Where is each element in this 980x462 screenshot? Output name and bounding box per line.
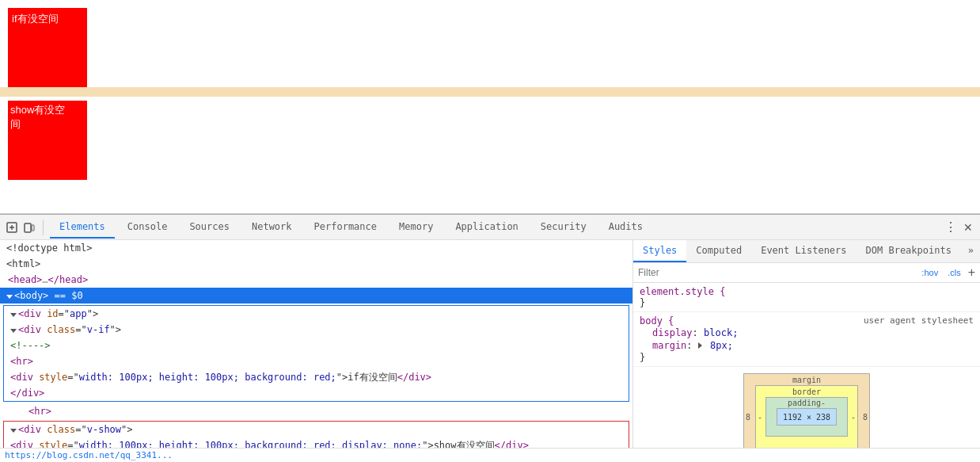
- devtools-toolbar: Elements Console Sources Network Perform…: [0, 215, 980, 240]
- browser-viewport: if有没空间 show有没空间: [0, 0, 980, 214]
- styles-tabs: Styles Computed Event Listeners DOM Brea…: [633, 240, 980, 263]
- cls-button[interactable]: .cls: [945, 267, 963, 278]
- dom-line-hr2[interactable]: <hr>: [0, 403, 632, 419]
- vif-box: if有没空间: [8, 8, 87, 87]
- styles-tab-event-listeners[interactable]: Event Listeners: [751, 240, 856, 262]
- style-rule-element: element.style { }: [633, 283, 980, 312]
- bm-padding-label: padding-: [788, 399, 826, 407]
- svg-rect-2: [32, 225, 34, 231]
- toolbar-separator: [43, 220, 44, 235]
- dom-line-app[interactable]: <div id="app">: [4, 306, 629, 322]
- element-style-close: }: [640, 297, 974, 308]
- body-rule-close: }: [640, 352, 974, 363]
- styles-tab-dom-breakpoints[interactable]: DOM Breakpoints: [857, 240, 961, 262]
- bm-border-right-val: -: [851, 413, 856, 422]
- styles-panel: Styles Computed Event Listeners DOM Brea…: [633, 240, 980, 462]
- more-options-button[interactable]: ⋮: [944, 220, 958, 235]
- styles-filter-input[interactable]: [638, 267, 914, 278]
- styles-tab-more[interactable]: »: [962, 240, 980, 262]
- page-content: if有没空间 show有没空间: [0, 8, 980, 180]
- device-tool-button[interactable]: [22, 220, 36, 235]
- add-style-button[interactable]: +: [968, 266, 975, 279]
- dom-line-html[interactable]: <html>: [0, 256, 632, 272]
- dom-line-doctype[interactable]: <!doctype html>: [0, 240, 632, 256]
- tab-application[interactable]: Application: [446, 216, 527, 239]
- tab-performance[interactable]: Performance: [305, 216, 386, 239]
- tab-memory[interactable]: Memory: [389, 216, 443, 239]
- dom-line-vshow[interactable]: <div class="v-show">: [4, 422, 629, 437]
- bm-content-layer: 1192 × 238: [777, 408, 837, 426]
- vshow-box: show有没空间: [8, 101, 87, 180]
- vif-block-highlight: <div id="app"> <div class="v-if"> <!----…: [3, 305, 629, 402]
- tab-network[interactable]: Network: [242, 216, 302, 239]
- cursor-tool-button[interactable]: [5, 220, 19, 235]
- dom-line-close-vif[interactable]: </div>: [4, 385, 629, 401]
- hov-button[interactable]: :hov: [919, 267, 940, 278]
- svg-rect-1: [25, 223, 31, 232]
- beige-separator: [0, 87, 980, 97]
- devtools-panel: Elements Console Sources Network Perform…: [0, 214, 980, 462]
- url-bar: https://blog.csdn.net/qq_3341...: [633, 448, 980, 462]
- bm-margin-right-val: 8: [863, 413, 868, 422]
- bm-margin-label: margin: [792, 376, 821, 384]
- dom-line-head[interactable]: <head>…</head>: [0, 272, 632, 288]
- close-devtools-button[interactable]: ✕: [961, 220, 975, 235]
- dom-line-body[interactable]: <body> == $0: [0, 288, 632, 304]
- dom-line-vif[interactable]: <div class="v-if">: [4, 322, 629, 338]
- styles-tab-computed[interactable]: Computed: [686, 240, 751, 262]
- tab-security[interactable]: Security: [531, 216, 596, 239]
- style-prop-display: display: block;: [640, 326, 974, 339]
- element-style-selector: element.style {: [640, 286, 974, 297]
- tab-audits[interactable]: Audits: [599, 216, 652, 239]
- tab-elements[interactable]: Elements: [50, 216, 115, 239]
- vshow-text: show有没空间: [10, 103, 65, 132]
- tab-sources[interactable]: Sources: [180, 216, 239, 239]
- style-rule-body: user agent stylesheet body { display: bl…: [633, 312, 980, 367]
- dom-line-hr1[interactable]: <hr>: [4, 353, 629, 369]
- vif-text: if有没空间: [12, 12, 59, 26]
- bm-border-label: border: [792, 388, 821, 396]
- bm-content-size: 1192 × 238: [783, 413, 830, 422]
- body-rule-header: user agent stylesheet body {: [640, 315, 974, 326]
- elements-panel: <!doctype html> <html> <head>…</head> <b…: [0, 240, 633, 462]
- dom-line-comment[interactable]: <!---->: [4, 338, 629, 353]
- toolbar-right: ⋮ ✕: [944, 220, 975, 235]
- dom-line-div-if-text[interactable]: <div style="width: 100px; height: 100px;…: [4, 369, 629, 385]
- bm-border-left-val: -: [758, 413, 762, 422]
- tab-console[interactable]: Console: [118, 216, 177, 239]
- styles-filter-row: :hov .cls +: [633, 263, 980, 283]
- devtools-content: <!doctype html> <html> <head>…</head> <b…: [0, 240, 980, 462]
- bm-margin-left-val: 8: [746, 413, 750, 422]
- styles-tab-styles[interactable]: Styles: [633, 240, 686, 262]
- style-prop-margin: margin: 8px;: [640, 339, 974, 352]
